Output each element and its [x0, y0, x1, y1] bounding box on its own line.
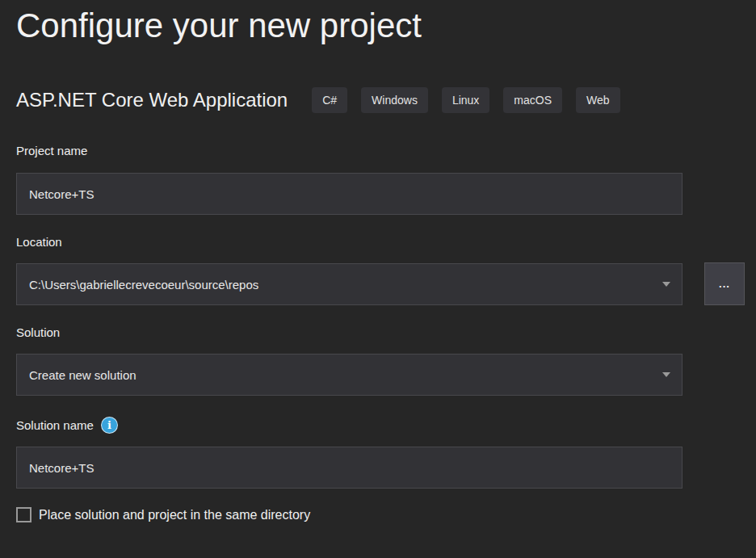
browse-location-button[interactable]: ...: [704, 262, 745, 305]
location-label: Location: [16, 235, 62, 249]
project-name-input[interactable]: [16, 173, 682, 215]
tag-macos: macOS: [503, 87, 562, 113]
location-combobox[interactable]: C:\Users\gabriellecrevecoeur\source\repo…: [16, 263, 682, 305]
chevron-down-icon[interactable]: [662, 372, 670, 377]
solution-name-label-row: Solution name i: [16, 417, 118, 434]
tag-csharp: C#: [312, 87, 347, 113]
same-directory-checkbox-label: Place solution and project in the same d…: [39, 508, 310, 522]
solution-name-label: Solution name: [16, 418, 94, 432]
solution-label: Solution: [16, 325, 60, 339]
project-name-label: Project name: [16, 144, 87, 157]
tag-web: Web: [576, 87, 620, 113]
solution-name-input[interactable]: [16, 447, 682, 489]
info-icon[interactable]: i: [101, 417, 118, 434]
chevron-down-icon[interactable]: [662, 282, 670, 287]
solution-value: Create new solution: [29, 368, 662, 382]
same-directory-checkbox[interactable]: [16, 507, 32, 522]
same-directory-checkbox-row[interactable]: Place solution and project in the same d…: [16, 507, 310, 522]
location-value: C:\Users\gabriellecrevecoeur\source\repo…: [29, 278, 662, 292]
tag-linux: Linux: [442, 87, 489, 113]
solution-combobox[interactable]: Create new solution: [16, 354, 682, 396]
configure-project-dialog: Configure your new project ASP.NET Core …: [0, 0, 756, 558]
page-title: Configure your new project: [16, 6, 422, 45]
template-info-row: ASP.NET Core Web Application C# Windows …: [16, 87, 748, 113]
tag-windows: Windows: [361, 87, 428, 113]
template-name: ASP.NET Core Web Application: [16, 89, 288, 111]
